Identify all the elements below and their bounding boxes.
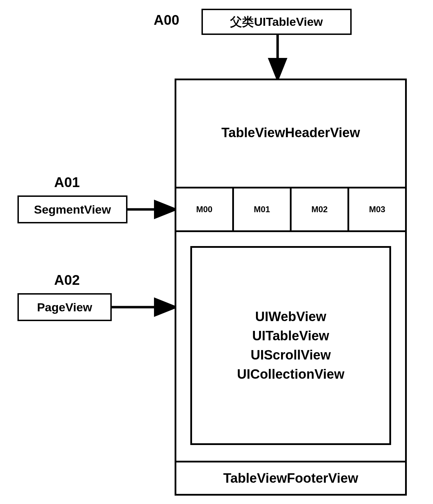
parent-uitableview-text: 父类UITableView (230, 14, 323, 30)
segmentview-text: SegmentView (34, 203, 111, 216)
page-content-line: UICollectionView (237, 365, 345, 384)
segment-cell-m00: M00 (176, 188, 234, 230)
parent-uitableview-box: 父类UITableView (201, 9, 352, 35)
segment-cell-label: M03 (369, 205, 386, 214)
arrow-segment-to-main (127, 204, 176, 215)
pageview-box: PageView (17, 293, 112, 321)
page-content-line: UITableView (252, 326, 329, 346)
page-content-line: UIWebView (255, 307, 326, 326)
header-text: TableViewHeaderView (221, 125, 360, 140)
main-container: TableViewHeaderView M00 M01 M02 M03 UIWe… (175, 79, 407, 496)
tableview-footer-view: TableViewFooterView (176, 461, 405, 494)
tableview-header-view: TableViewHeaderView (176, 80, 405, 185)
segment-cell-label: M02 (311, 205, 328, 214)
segment-cell-label: M01 (254, 205, 270, 214)
arrow-parent-to-main (272, 35, 283, 80)
segment-cell-label: M00 (196, 205, 213, 214)
segment-cell-m02: M02 (292, 188, 349, 230)
segmentview-box: SegmentView (17, 195, 127, 223)
segment-cell-m01: M01 (234, 188, 292, 230)
label-a01: A01 (54, 175, 80, 190)
pageview-text: PageView (37, 301, 92, 314)
label-a00: A00 (154, 12, 179, 28)
page-content-box: UIWebView UITableView UIScrollView UICol… (190, 246, 391, 445)
label-a02: A02 (54, 272, 80, 288)
arrow-page-to-main (112, 302, 176, 312)
segment-cell-m03: M03 (349, 188, 405, 230)
segment-row: M00 M01 M02 M03 (176, 187, 405, 232)
page-content-line: UIScrollView (251, 346, 331, 365)
footer-text: TableViewFooterView (223, 471, 358, 486)
